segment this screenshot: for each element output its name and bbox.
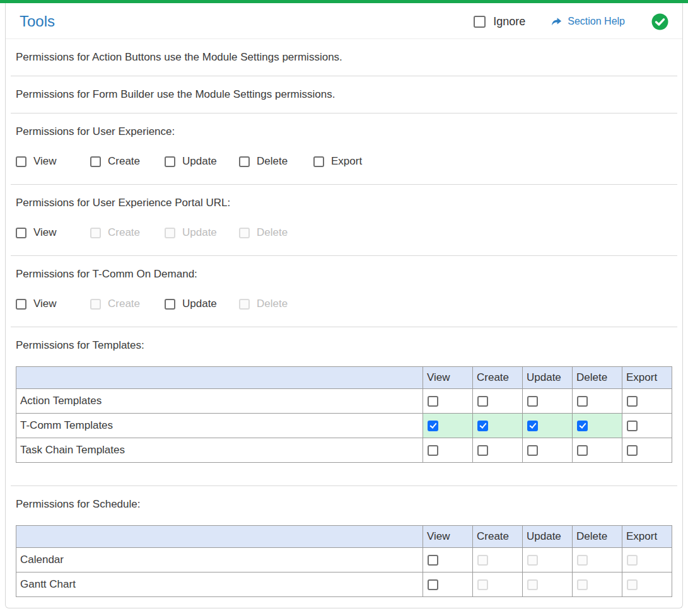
permission-cell: [523, 548, 573, 572]
permission-cell: [423, 572, 473, 597]
create-checkbox[interactable]: [477, 445, 488, 456]
section-note: Permissions for Form Builder use the Mod…: [11, 76, 677, 113]
row-label: Gantt Chart: [16, 572, 423, 597]
delete-checkbox[interactable]: [577, 421, 588, 431]
delete-checkbox[interactable]: [577, 396, 588, 407]
permission-option-delete: Delete: [239, 226, 313, 239]
permission-cell: [423, 414, 473, 438]
ignore-checkbox[interactable]: [474, 16, 486, 28]
permission-cell: [622, 438, 672, 463]
ignore-control[interactable]: Ignore: [474, 15, 525, 28]
forward-arrow-icon: [551, 16, 563, 28]
permissions-note: Permissions for Action Buttons use the M…: [16, 49, 672, 66]
create-checkbox[interactable]: [477, 421, 488, 431]
permission-option-view[interactable]: View: [16, 298, 90, 310]
permissions-table: ViewCreateUpdateDeleteExportCalendarGant…: [16, 525, 672, 597]
create-checkbox: [477, 579, 488, 590]
create-checkbox[interactable]: [90, 156, 101, 167]
section-title: Permissions for Schedule:: [16, 496, 672, 513]
permission-cell: [473, 438, 523, 463]
view-checkbox[interactable]: [16, 299, 26, 310]
permission-option-update[interactable]: Update: [165, 155, 239, 168]
section-table: Permissions for Schedule:ViewCreateUpdat…: [11, 485, 677, 605]
permission-cell: [473, 414, 523, 438]
table-row: T-Comm Templates: [16, 414, 672, 438]
column-header-update: Update: [523, 367, 573, 389]
ignore-label: Ignore: [493, 15, 525, 28]
row-label: Calendar: [16, 548, 423, 572]
view-checkbox[interactable]: [428, 421, 438, 431]
permission-cell: [573, 548, 622, 572]
column-header-update: Update: [523, 526, 573, 548]
table-header-row: ViewCreateUpdateDeleteExport: [16, 526, 672, 548]
permission-option-delete[interactable]: Delete: [239, 155, 313, 168]
permission-cell: [523, 438, 573, 463]
delete-checkbox: [577, 579, 588, 590]
permission-option-create[interactable]: Create: [90, 155, 165, 168]
create-checkbox[interactable]: [477, 396, 488, 407]
permission-cell: [523, 414, 573, 438]
permission-option-label: Create: [108, 155, 140, 168]
permission-option-label: View: [33, 155, 57, 168]
permission-option-update: Update: [165, 226, 239, 239]
section-checkboxes: Permissions for T-Comm On Demand:ViewCre…: [11, 255, 677, 327]
row-label: Task Chain Templates: [16, 438, 423, 463]
section-title: Permissions for User Experience:: [16, 124, 672, 140]
view-checkbox[interactable]: [428, 579, 438, 590]
column-header-delete: Delete: [573, 526, 622, 548]
column-header-empty: [16, 526, 423, 548]
permission-cell: [423, 548, 473, 572]
view-checkbox[interactable]: [16, 156, 26, 167]
update-checkbox[interactable]: [527, 396, 538, 407]
export-checkbox: [627, 555, 638, 566]
permission-cell: [473, 548, 523, 572]
permission-option-label: Update: [182, 226, 217, 239]
check-circle-icon: [651, 13, 668, 30]
permission-cell: [523, 389, 573, 414]
delete-checkbox[interactable]: [577, 445, 588, 456]
permission-option-create: Create: [90, 226, 165, 239]
delete-checkbox[interactable]: [239, 156, 250, 167]
section-help-label: Section Help: [568, 16, 625, 27]
update-checkbox[interactable]: [527, 445, 538, 456]
create-checkbox: [477, 555, 488, 566]
view-checkbox[interactable]: [428, 445, 438, 456]
permission-cell: [573, 572, 622, 597]
permission-option-update[interactable]: Update: [165, 298, 239, 310]
export-checkbox[interactable]: [313, 156, 324, 167]
section-title: Permissions for T-Comm On Demand:: [16, 266, 672, 282]
permission-option-view[interactable]: View: [16, 155, 90, 168]
view-checkbox[interactable]: [428, 396, 438, 407]
permission-cell: [622, 572, 672, 597]
permission-option-view[interactable]: View: [16, 226, 90, 239]
export-checkbox[interactable]: [627, 445, 638, 456]
delete-checkbox: [239, 228, 250, 238]
view-checkbox[interactable]: [16, 228, 26, 238]
export-checkbox[interactable]: [627, 421, 638, 431]
permission-cell: [573, 389, 622, 414]
permission-options: ViewCreateUpdateDelete: [16, 298, 672, 310]
permission-cell: [573, 414, 622, 438]
permission-option-export[interactable]: Export: [313, 155, 388, 168]
header-controls: Ignore Section Help: [474, 13, 668, 30]
permission-option-label: Export: [331, 155, 362, 168]
column-header-delete: Delete: [573, 367, 622, 389]
section-help-link[interactable]: Section Help: [551, 16, 625, 28]
permission-option-label: View: [33, 298, 57, 310]
update-checkbox[interactable]: [165, 156, 175, 167]
delete-checkbox: [577, 555, 588, 566]
delete-checkbox: [239, 299, 250, 310]
permission-cell: [622, 414, 672, 438]
update-checkbox[interactable]: [527, 421, 538, 431]
permission-option-create: Create: [90, 298, 165, 310]
permission-option-label: Delete: [257, 226, 288, 239]
section-header: Tools Ignore Section Help: [6, 3, 682, 39]
permission-option-label: Create: [108, 226, 140, 239]
column-header-create: Create: [473, 367, 523, 389]
update-checkbox[interactable]: [165, 299, 175, 310]
permission-cell: [473, 389, 523, 414]
permission-cell: [622, 389, 672, 414]
row-label: Action Templates: [16, 389, 423, 414]
export-checkbox[interactable]: [627, 396, 638, 407]
view-checkbox[interactable]: [428, 555, 438, 566]
